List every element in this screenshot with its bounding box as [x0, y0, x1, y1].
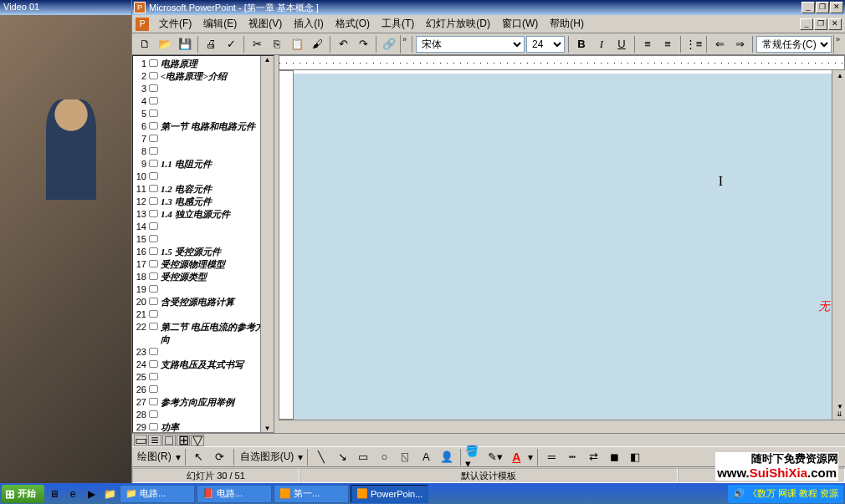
outline-view-button[interactable]: ≡: [148, 435, 161, 446]
tray-volume-icon[interactable]: 🔊: [733, 488, 745, 499]
normal-view-button[interactable]: ▭: [134, 435, 147, 446]
outline-item[interactable]: 28: [135, 409, 272, 421]
mdi-restore[interactable]: ❐: [814, 18, 827, 30]
outline-item[interactable]: 20含受控源电路计算: [135, 296, 272, 308]
menu-slideshow[interactable]: 幻灯片放映(D): [421, 15, 495, 33]
new-button[interactable]: 🗋: [136, 35, 154, 53]
fill-color-button[interactable]: 🪣▾: [465, 448, 484, 466]
menu-window[interactable]: 窗口(W): [497, 15, 543, 33]
align-left-button[interactable]: ≡: [638, 35, 657, 53]
mdi-close[interactable]: ✕: [828, 18, 842, 30]
open-button[interactable]: 📂: [156, 35, 174, 53]
outline-item[interactable]: 27参考方向应用举例: [135, 396, 272, 409]
taskbar-task[interactable]: 📕电路...: [197, 485, 272, 503]
outline-item[interactable]: 5: [135, 108, 272, 120]
system-tray[interactable]: 🔊 《数万 网课 教程 资源: [728, 485, 843, 503]
outline-item[interactable]: 4: [135, 95, 272, 108]
outline-item[interactable]: 18受控源类型: [135, 271, 272, 283]
menu-edit[interactable]: 编辑(E): [198, 15, 242, 33]
outline-item[interactable]: 3: [135, 83, 272, 95]
taskbar-task[interactable]: 🟧第一...: [274, 485, 349, 503]
slide-scrollbar-h[interactable]: [279, 420, 845, 433]
start-button[interactable]: 开始: [2, 485, 44, 503]
outline-item[interactable]: 25: [135, 371, 272, 384]
paste-button[interactable]: 📋: [288, 35, 306, 53]
arrow-tool[interactable]: ↘: [333, 448, 351, 466]
italic-button[interactable]: I: [592, 35, 611, 53]
autoshapes-menu[interactable]: 自选图形(U): [238, 450, 296, 464]
outline-item[interactable]: 6第一节 电路和电路元件: [135, 120, 272, 133]
taskbar-task[interactable]: 📁电路...: [120, 485, 195, 503]
taskbar-task[interactable]: 🟧PowerPoin...: [351, 485, 428, 503]
outline-item[interactable]: 7: [135, 133, 272, 145]
ql-media-icon[interactable]: ▶: [83, 486, 100, 502]
slide-canvas[interactable]: I 无: [294, 70, 832, 420]
bold-button[interactable]: B: [572, 35, 591, 53]
outline-item[interactable]: 2<电路原理>介绍: [135, 70, 272, 83]
select-tool[interactable]: ↖: [190, 448, 208, 466]
outline-item[interactable]: 17受控源物理模型: [135, 258, 272, 271]
line-color-button[interactable]: ✎▾: [486, 448, 504, 466]
rotate-tool[interactable]: ⟳: [211, 448, 229, 466]
draw-menu[interactable]: 绘图(R): [136, 450, 173, 464]
3d-button[interactable]: ◧: [626, 448, 644, 466]
menu-help[interactable]: 帮助(H): [545, 15, 589, 33]
outline-item[interactable]: 111.2 电容元件: [135, 183, 272, 196]
toolbar-overflow[interactable]: »: [400, 35, 408, 53]
ql-ie-icon[interactable]: e: [64, 486, 81, 502]
slideshow-view-button[interactable]: ▽: [191, 435, 204, 446]
outline-item[interactable]: 91.1 电阻元件: [135, 158, 272, 171]
line-style-button[interactable]: ═: [542, 448, 561, 466]
outline-item[interactable]: 21: [135, 308, 272, 321]
spellcheck-button[interactable]: ✓: [222, 35, 240, 53]
common-tasks-select[interactable]: 常规任务(C): [756, 36, 832, 53]
outline-item[interactable]: 19: [135, 283, 272, 296]
line-tool[interactable]: ╲: [312, 448, 330, 466]
copy-button[interactable]: ⎘: [268, 35, 286, 53]
font-color-button[interactable]: A: [507, 448, 525, 466]
undo-button[interactable]: ↶: [334, 35, 352, 53]
outline-item[interactable]: 14: [135, 221, 272, 233]
outline-item[interactable]: 15: [135, 233, 272, 246]
menu-format[interactable]: 格式(O): [330, 15, 375, 33]
menu-file[interactable]: 文件(F): [154, 15, 197, 33]
minimize-button[interactable]: _: [801, 2, 815, 13]
mdi-minimize[interactable]: _: [800, 18, 813, 30]
print-button[interactable]: 🖨: [202, 35, 220, 53]
rectangle-tool[interactable]: ▭: [354, 448, 372, 466]
menu-tools[interactable]: 工具(T): [376, 15, 419, 33]
align-center-button[interactable]: ≡: [658, 35, 677, 53]
slide-scrollbar-v[interactable]: ▲ ▼⇊: [832, 70, 845, 420]
restore-button[interactable]: ❐: [816, 2, 829, 13]
outline-item[interactable]: 10: [135, 171, 272, 183]
menu-view[interactable]: 视图(V): [243, 15, 287, 33]
textbox-tool[interactable]: ⍂: [396, 448, 414, 466]
outline-pane[interactable]: 1电路原理2<电路原理>介绍3456第一节 电路和电路元件7891.1 电阻元件…: [132, 55, 274, 433]
outline-item[interactable]: 23: [135, 346, 272, 359]
format-painter-button[interactable]: 🖌: [308, 35, 326, 53]
outline-item[interactable]: 24支路电压及其式书写: [135, 359, 272, 371]
outline-item[interactable]: 131.4 独立电源元件: [135, 208, 272, 221]
outline-item[interactable]: 8: [135, 145, 272, 158]
arrow-style-button[interactable]: ⇄: [584, 448, 602, 466]
font-name-select[interactable]: 宋体: [416, 36, 525, 53]
outline-item[interactable]: 161.5 受控源元件: [135, 246, 272, 258]
oval-tool[interactable]: ○: [375, 448, 393, 466]
outline-item[interactable]: 121.3 电感元件: [135, 196, 272, 208]
wordart-tool[interactable]: A: [417, 448, 435, 466]
demote-button[interactable]: ⇒: [730, 35, 749, 53]
format-overflow[interactable]: »: [833, 35, 842, 53]
cut-button[interactable]: ✂: [248, 35, 266, 53]
outline-item[interactable]: 22第二节 电压电流的参考方向: [135, 321, 272, 346]
outline-scrollbar[interactable]: [260, 56, 274, 432]
sorter-view-button[interactable]: ⊞: [177, 435, 190, 446]
hyperlink-button[interactable]: 🔗: [380, 35, 398, 53]
font-size-select[interactable]: 24: [526, 36, 565, 53]
promote-button[interactable]: ⇐: [710, 35, 729, 53]
redo-button[interactable]: ↷: [354, 35, 372, 53]
ql-desktop-icon[interactable]: 🖥: [46, 486, 63, 502]
dash-style-button[interactable]: ┅: [563, 448, 581, 466]
doc-icon[interactable]: P: [136, 18, 149, 31]
underline-button[interactable]: U: [612, 35, 631, 53]
close-button[interactable]: ✕: [830, 2, 843, 13]
